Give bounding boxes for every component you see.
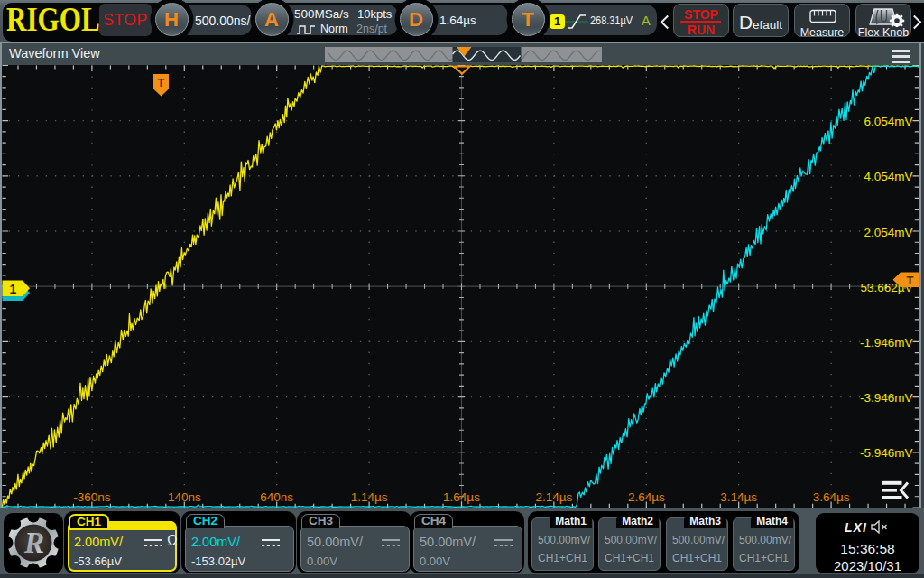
svg-text:1.14µs: 1.14µs xyxy=(351,489,388,503)
svg-text:-1.946mV: -1.946mV xyxy=(860,336,913,350)
svg-text:1: 1 xyxy=(10,281,17,295)
svg-text:-360ns: -360ns xyxy=(73,489,111,503)
svg-text:6.054mV: 6.054mV xyxy=(864,115,912,128)
svg-text:2.64µs: 2.64µs xyxy=(628,489,665,503)
svg-text:2.14µs: 2.14µs xyxy=(535,489,572,503)
svg-text:-3.946mV: -3.946mV xyxy=(860,391,913,405)
svg-text:640ns: 640ns xyxy=(260,489,293,503)
svg-text:3.14µs: 3.14µs xyxy=(720,489,757,503)
svg-text:T: T xyxy=(158,76,165,89)
svg-text:-5.946mV: -5.946mV xyxy=(860,446,913,460)
svg-text:2.054mV: 2.054mV xyxy=(864,225,912,238)
svg-text:R: R xyxy=(23,527,44,559)
svg-text:140ns: 140ns xyxy=(168,489,201,503)
svg-text:4.054mV: 4.054mV xyxy=(864,170,912,183)
svg-text:3.64µs: 3.64µs xyxy=(813,489,850,503)
svg-text:1.64µs: 1.64µs xyxy=(443,489,480,503)
svg-text:T: T xyxy=(907,273,914,286)
